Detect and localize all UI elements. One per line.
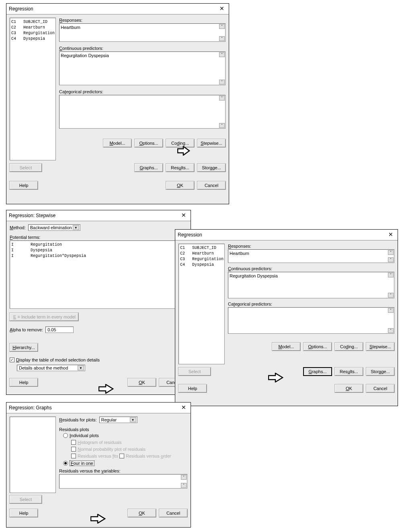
titlebar: Regression ✕ (6, 4, 229, 10)
dialog-title: Regression (9, 6, 33, 10)
close-icon[interactable]: ✕ (217, 5, 226, 10)
regression-dialog-1: Regression ✕ C1 SUBJECT_ID C2 Heartburn … (6, 3, 229, 10)
